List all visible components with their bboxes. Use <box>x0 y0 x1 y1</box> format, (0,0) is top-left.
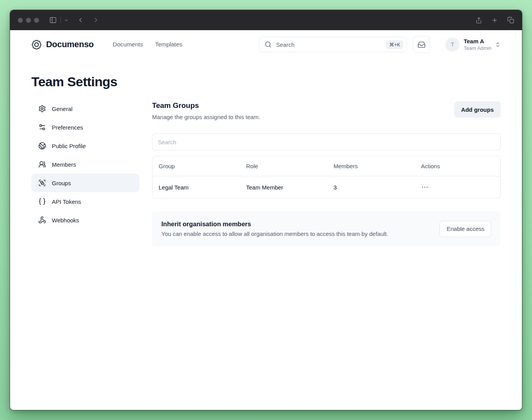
sidebar-label: Groups <box>52 180 71 186</box>
team-groups-panel: Team Groups Manage the groups assigned t… <box>152 99 501 246</box>
sidebar-label: Public Profile <box>52 143 86 149</box>
browser-titlebar <box>10 10 522 30</box>
column-header-role: Role <box>246 163 334 169</box>
sidebar-item-members[interactable]: Members <box>31 155 140 174</box>
browser-window: Documenso Documents Templates Search ⌘+K <box>10 10 522 410</box>
sidebar-label: Members <box>52 161 76 168</box>
column-header-members: Members <box>334 163 421 169</box>
sidebar-item-webhooks[interactable]: Webhooks <box>31 211 140 229</box>
primary-nav: Documents Templates <box>113 41 182 48</box>
sliders-icon <box>38 123 46 131</box>
documenso-app: Documenso Documents Templates Search ⌘+K <box>10 30 522 410</box>
globe-icon <box>38 142 46 150</box>
back-icon[interactable] <box>77 17 84 24</box>
team-menu[interactable]: T Team A Team Admin <box>445 38 501 51</box>
team-name: Team A <box>464 38 491 44</box>
titlebar-divider <box>60 17 61 23</box>
braces-icon <box>38 198 46 205</box>
sidebar-label: General <box>52 106 72 112</box>
chevron-down-icon[interactable] <box>64 18 68 22</box>
section-subtitle: Manage the groups assigned to this team. <box>152 114 260 120</box>
add-groups-button[interactable]: Add groups <box>454 101 501 118</box>
more-horizontal-icon <box>421 183 429 191</box>
team-role: Team Admin <box>464 45 491 51</box>
global-search-input[interactable]: Search ⌘+K <box>259 37 407 52</box>
gear-icon <box>38 105 46 113</box>
documenso-badge-icon <box>31 39 42 50</box>
column-header-actions: Actions <box>421 163 494 169</box>
enable-access-button[interactable]: Enable access <box>440 221 491 237</box>
sidebar-item-preferences[interactable]: Preferences <box>31 118 140 137</box>
new-tab-icon[interactable] <box>491 17 498 24</box>
users-icon <box>38 160 46 168</box>
brand-logo[interactable]: Documenso <box>31 39 94 50</box>
inherit-members-panel: Inherit organisation members You can ena… <box>152 211 501 246</box>
cell-role: Team Member <box>246 184 334 191</box>
brand-name: Documenso <box>46 39 94 50</box>
traffic-lights <box>18 18 39 23</box>
group-icon <box>38 179 46 187</box>
zoom-window-button[interactable] <box>34 18 39 23</box>
sidebar-item-public-profile[interactable]: Public Profile <box>31 137 140 155</box>
inherit-description: You can enable access to allow all organ… <box>161 230 388 237</box>
nav-documents[interactable]: Documents <box>113 41 143 48</box>
settings-sidebar: General Preferences <box>31 99 140 229</box>
table-header-row: Group Role Members Actions <box>152 156 500 176</box>
share-icon[interactable] <box>476 17 482 24</box>
sidebar-label: Preferences <box>52 124 83 131</box>
sidebar-item-api-tokens[interactable]: API Tokens <box>31 192 140 211</box>
search-icon <box>265 41 272 48</box>
forward-icon[interactable] <box>92 17 99 24</box>
close-window-button[interactable] <box>18 18 23 23</box>
chevrons-up-down-icon <box>495 42 501 48</box>
cell-group-name: Legal Team <box>159 184 246 191</box>
nav-templates[interactable]: Templates <box>155 41 183 48</box>
sidebar-item-groups[interactable]: Groups <box>31 174 140 192</box>
cell-members-count: 3 <box>334 184 421 191</box>
column-header-group: Group <box>159 163 246 169</box>
tab-overview-icon[interactable] <box>507 17 514 24</box>
row-actions-button[interactable] <box>421 183 432 191</box>
groups-search-input[interactable] <box>152 133 501 150</box>
app-header: Documenso Documents Templates Search ⌘+K <box>10 32 522 56</box>
page-title: Team Settings <box>31 74 501 89</box>
minimize-window-button[interactable] <box>26 18 31 23</box>
inbox-button[interactable] <box>413 36 430 53</box>
webhook-icon <box>38 216 46 224</box>
inbox-icon <box>417 41 426 49</box>
team-avatar: T <box>445 38 459 51</box>
sidebar-label: API Tokens <box>52 198 81 205</box>
inherit-title: Inherit organisation members <box>161 220 388 228</box>
sidebar-label: Webhooks <box>52 217 79 224</box>
groups-table: Group Role Members Actions Legal Team Te… <box>152 156 501 198</box>
global-search-placeholder: Search <box>276 41 294 48</box>
search-shortcut-badge: ⌘+K <box>386 40 403 49</box>
sidebar-toggle-icon[interactable] <box>49 16 57 24</box>
section-title: Team Groups <box>152 101 260 110</box>
table-row: Legal Team Team Member 3 <box>152 176 500 198</box>
sidebar-item-general[interactable]: General <box>31 99 140 118</box>
